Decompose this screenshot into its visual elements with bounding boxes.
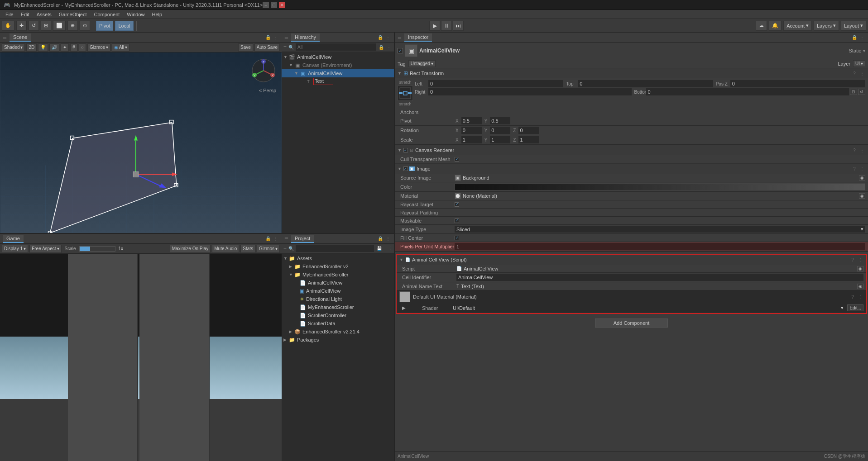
menu-component[interactable]: Component	[90, 11, 123, 18]
rotation-x-field[interactable]	[461, 127, 482, 134]
rotation-z-field[interactable]	[518, 127, 539, 134]
source-image-select-btn[interactable]: ◉	[859, 175, 865, 181]
script-help-btn[interactable]: ?	[849, 257, 856, 263]
layout-dropdown[interactable]: Layout Layout ▾	[841, 21, 866, 31]
rt-reset-btn[interactable]: ↺	[858, 89, 865, 95]
display-dropdown[interactable]: Display 1 ▾	[2, 245, 28, 253]
bottom-field[interactable]	[646, 88, 849, 95]
scale-x-field[interactable]	[461, 136, 482, 143]
shader-dropdown[interactable]: UI/Default ▾	[451, 304, 845, 311]
left-field[interactable]	[428, 80, 563, 87]
pivot-x-field[interactable]	[461, 117, 482, 124]
script-select-btn[interactable]: ◉	[857, 266, 863, 271]
hand-tool-btn[interactable]: ✋	[2, 21, 14, 31]
project-item-enhancedscroller-pkg[interactable]: ▶ 📦 EnhancedScroller v2.21.4	[282, 328, 394, 336]
game-lock-btn[interactable]: 🔒	[265, 236, 271, 242]
project-more-btn[interactable]: ⋮	[385, 236, 391, 242]
project-item-enhancedscroller[interactable]: ▶ 📁 EnhancedScroller v2	[282, 262, 394, 271]
game-more-btn[interactable]: ⋮	[273, 236, 279, 242]
mute-audio-btn[interactable]: Mute Audio	[212, 245, 239, 253]
pivot-btn[interactable]: Pivot	[96, 21, 113, 31]
image-help-btn[interactable]: ?	[851, 166, 858, 172]
all-dropdown[interactable]: ◉ All ▾	[112, 43, 129, 52]
rt-more-btn[interactable]: ⋮	[859, 70, 865, 76]
script-more-btn[interactable]: ⋮	[857, 257, 863, 263]
step-btn[interactable]: ⏭	[453, 21, 464, 31]
material-more-btn[interactable]: ⋮	[857, 294, 863, 300]
rt-help-btn[interactable]: ?	[851, 70, 858, 76]
layers-dropdown[interactable]: Layers ▾	[814, 21, 839, 31]
menu-window[interactable]: Window	[123, 11, 148, 18]
stats-btn[interactable]: Stats	[240, 245, 255, 253]
project-item-myenhancedscroller-script[interactable]: 📄 MyEnhancedScroller	[282, 303, 394, 311]
close-btn[interactable]: ✕	[279, 2, 285, 8]
image-more-btn[interactable]: ⋮	[859, 166, 865, 172]
project-item-animalcellview-script[interactable]: 📄 AnimalCellView	[282, 279, 394, 287]
color-swatch[interactable]	[455, 183, 865, 190]
object-enabled-checkbox[interactable]	[398, 48, 403, 53]
scale-y-field[interactable]	[490, 136, 510, 143]
scene-grid-btn[interactable]: #	[70, 43, 77, 52]
maximize-btn[interactable]: □	[271, 2, 277, 8]
hierarchy-item-1[interactable]: ▼ ▣ Canvas (Environment)	[282, 61, 394, 69]
project-item-packages[interactable]: ▶ 📁 Packages	[282, 336, 394, 344]
game-tab[interactable]: Game	[3, 235, 24, 243]
menu-gameobject[interactable]: GameObject	[55, 11, 91, 18]
material-select-btn[interactable]: ◉	[859, 193, 865, 199]
hierarchy-item-3[interactable]: T Text	[282, 77, 394, 86]
menu-edit[interactable]: Edit	[17, 11, 33, 18]
right-field[interactable]	[428, 88, 632, 95]
hierarchy-search-more-btn[interactable]: ⋮	[386, 44, 392, 50]
auto-save-btn[interactable]: Auto Save	[254, 43, 280, 52]
hierarchy-search-input[interactable]	[296, 43, 376, 51]
hierarchy-item-0[interactable]: ▼ 🎬 AnimalCellView	[282, 53, 394, 61]
script-section-header[interactable]: ▼ 📄 Animal Cell View (Script) ? ⋮	[397, 255, 866, 265]
pivot-y-field[interactable]	[490, 117, 510, 124]
local-btn[interactable]: Local	[115, 21, 133, 31]
edit-shader-btn[interactable]: Edit...	[847, 304, 863, 311]
project-add-btn[interactable]: +	[283, 245, 287, 252]
cr-enable-checkbox[interactable]	[403, 148, 408, 152]
collab-btn[interactable]: ☁	[756, 21, 767, 31]
maximize-on-play-btn[interactable]: Maximize On Play	[170, 245, 211, 253]
add-component-btn[interactable]: Add Component	[595, 318, 668, 328]
rotation-y-field[interactable]	[490, 127, 510, 134]
tag-dropdown[interactable]: Untagged ▾	[408, 60, 436, 67]
hierarchy-item-2[interactable]: ▼ ▣ AnimalCellView	[282, 69, 394, 77]
scale-tool-btn[interactable]: ⊞	[41, 21, 51, 31]
scene-lighting-btn[interactable]: 💡	[38, 43, 48, 52]
project-item-scrollercontroller[interactable]: 📄 ScrollerController	[282, 311, 394, 319]
posz-field[interactable]	[730, 80, 865, 87]
minimize-btn[interactable]: –	[263, 2, 269, 8]
play-btn[interactable]: ▶	[429, 21, 440, 31]
top-field[interactable]	[578, 80, 713, 87]
transform-tool-btn[interactable]: ⊕	[67, 21, 78, 31]
hierarchy-content[interactable]: ▼ 🎬 AnimalCellView ▼ ▣ Canvas (Environme…	[282, 52, 394, 233]
fill-center-checkbox[interactable]	[455, 236, 459, 240]
shaded-dropdown[interactable]: Shaded ▾	[2, 43, 25, 52]
menu-assets[interactable]: Assets	[33, 11, 55, 18]
project-item-scrollerdata[interactable]: 📄 ScrollerData	[282, 319, 394, 328]
project-lock-btn[interactable]: 🔒	[377, 236, 384, 242]
hierarchy-lock-btn[interactable]: 🔒	[377, 34, 384, 41]
raycast-target-checkbox[interactable]	[455, 202, 459, 207]
cloud-btn[interactable]: 🔔	[769, 21, 782, 31]
hierarchy-add-btn[interactable]: +	[283, 44, 287, 50]
account-dropdown[interactable]: Account ▾	[783, 21, 812, 31]
hierarchy-tab[interactable]: Hierarchy	[291, 33, 320, 42]
project-item-myenhancedscroller[interactable]: ▼ 📁 MyEnhancedScroller	[282, 271, 394, 279]
image-section-header[interactable]: ▼ ▣ Image ? ⋮	[395, 164, 868, 174]
pause-btn[interactable]: ⏸	[441, 21, 452, 31]
2d-btn[interactable]: 2D	[26, 43, 37, 52]
animal-name-select-btn[interactable]: ◉	[857, 284, 863, 289]
gizmos-dropdown[interactable]: Gizmos ▾	[87, 43, 110, 52]
canvas-renderer-header[interactable]: ▼ ⊡ Canvas Renderer ? ⋮	[395, 145, 868, 155]
rect-tool-btn[interactable]: ⬜	[53, 21, 66, 31]
hierarchy-search-lock-btn[interactable]: 🔒	[378, 44, 384, 50]
move-tool-btn[interactable]: ✚	[16, 21, 27, 31]
maskable-checkbox[interactable]	[455, 219, 459, 223]
rect-transform-header[interactable]: ▼ ⊞ Rect Transform ? ⋮	[395, 68, 868, 78]
project-item-animalcellview-prefab[interactable]: ▣ AnimalCellView	[282, 287, 394, 295]
scale-z-field[interactable]	[518, 136, 539, 143]
custom-tool-btn[interactable]: ⊙	[80, 21, 90, 31]
